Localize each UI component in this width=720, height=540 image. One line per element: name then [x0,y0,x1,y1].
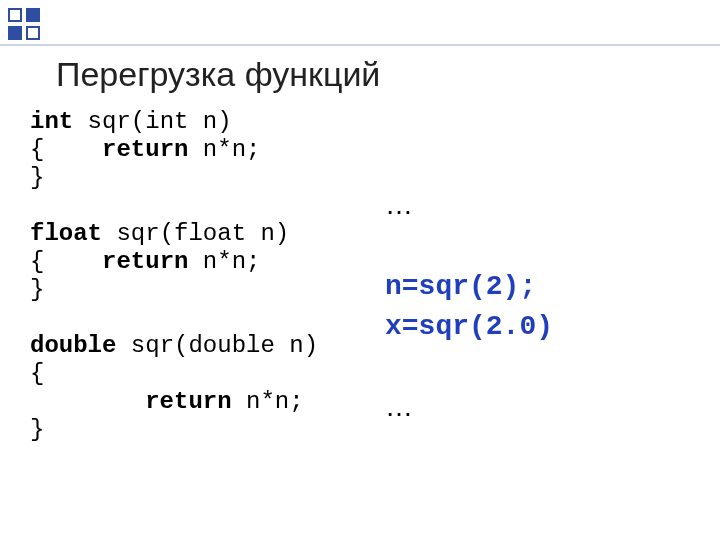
ellipsis: … [385,189,413,220]
fn3-open: { [30,360,44,387]
fn1-open: { [30,136,102,163]
fn2-open: { [30,248,102,275]
code-block-right: … n=sqr(2); x=sqr(2.0) … [385,185,553,429]
call-line-1: n=sqr(2); [385,271,536,302]
call-line-2: x=sqr(2.0) [385,311,553,342]
code-block-left: int sqr(int n) { return n*n; } float sqr… [30,108,318,444]
fn2-close: } [30,276,44,303]
fn1-expr: n*n; [188,136,260,163]
keyword-int: int [30,108,73,135]
fn3-sig: sqr(double n) [116,332,318,359]
fn2-sig: sqr(float n) [102,220,289,247]
keyword-double: double [30,332,116,359]
top-rule [0,44,720,46]
keyword-return: return [102,248,188,275]
slide-title: Перегрузка функций [56,55,380,94]
fn3-indent [30,388,145,415]
ellipsis: … [385,391,413,422]
keyword-return: return [102,136,188,163]
fn1-close: } [30,164,44,191]
fn2-expr: n*n; [188,248,260,275]
decorative-squares [6,6,42,42]
slide: Перегрузка функций int sqr(int n) { retu… [0,0,720,540]
fn1-sig: sqr(int n) [73,108,231,135]
keyword-float: float [30,220,102,247]
fn3-close: } [30,416,44,443]
fn3-expr: n*n; [232,388,304,415]
keyword-return: return [145,388,231,415]
